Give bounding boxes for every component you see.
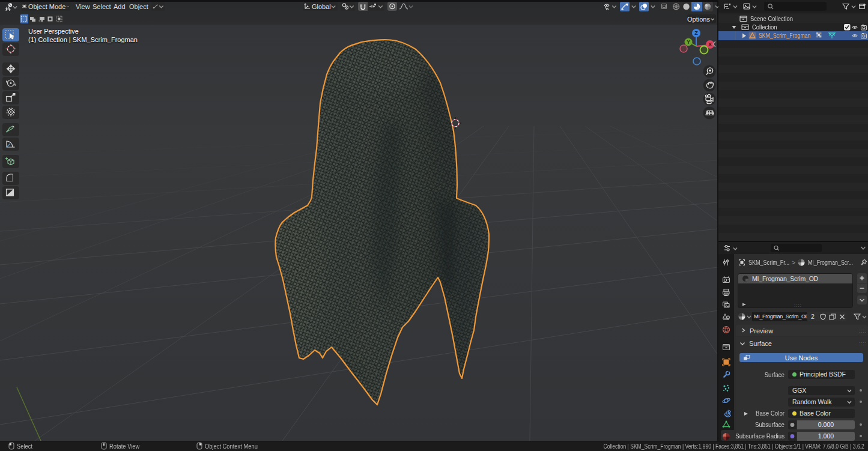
- svg-text:Z: Z: [694, 30, 698, 36]
- svg-text:X: X: [708, 41, 712, 47]
- svg-text:Y: Y: [687, 39, 690, 45]
